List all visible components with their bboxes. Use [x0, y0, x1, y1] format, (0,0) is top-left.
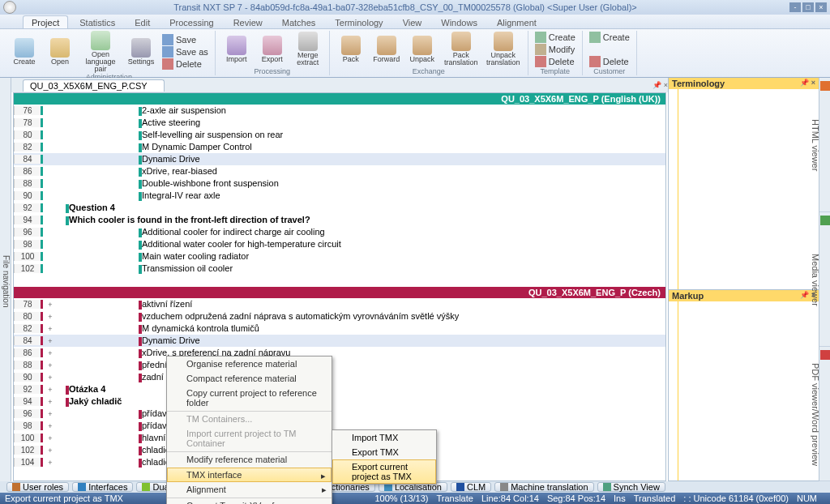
minimize-button[interactable]: - — [789, 2, 801, 12]
pack-button[interactable]: Pack — [335, 31, 367, 67]
segment-row[interactable]: 102Transmission oil cooler — [14, 263, 665, 275]
segment-row[interactable]: 86xDrive, rear-biased — [14, 165, 665, 177]
tgt-pane-title: QU_03_X5X6M_ENG_P (Czech) — [528, 288, 661, 297]
segment-row[interactable]: 88+přední n — [14, 359, 665, 371]
segment-row[interactable]: 96Additional cooler for indirect charge … — [14, 226, 665, 238]
segment-row[interactable]: 90Integral-IV rear axle — [14, 190, 665, 202]
delete-button[interactable]: Delete — [160, 58, 210, 70]
import-button[interactable]: Import — [220, 31, 253, 67]
menu-tmx[interactable]: TMX interface▸ — [167, 468, 332, 482]
segment-row[interactable]: 80+vzduchem odpružená zadní náprava s au… — [14, 310, 665, 322]
tmpl-modify-button[interactable]: Modify — [533, 44, 577, 55]
tmpl-create-button[interactable]: Create — [533, 32, 577, 43]
submenu-import-tmx[interactable]: Import TMX — [332, 430, 436, 445]
segment-row[interactable]: 96+přídavný — [14, 408, 665, 420]
status-line: Line:84 Col:14 — [481, 493, 539, 503]
tmpl-delete-button[interactable]: Delete — [533, 56, 577, 67]
side-file-navigation[interactable]: File navigation — [0, 78, 11, 481]
file-tab[interactable]: QU_03_X5X6M_ENG_P.CSY — [23, 79, 165, 92]
packtrans-button[interactable]: Pack translation — [442, 31, 481, 67]
status-translated: Translated — [634, 493, 676, 503]
side-media-viewer[interactable]: Media viewer — [819, 212, 830, 347]
tab-edit[interactable]: Edit — [126, 16, 158, 28]
editor-pin-icon[interactable]: 📌 × — [652, 81, 668, 89]
status-encoding: : : Unicode 61184 (0xef00) — [683, 493, 789, 503]
maximize-button[interactable]: □ — [802, 2, 814, 12]
markup-body — [669, 301, 819, 481]
ribbon: Create Open Open language pair Settings … — [0, 29, 830, 78]
export-button[interactable]: Export — [256, 31, 289, 67]
merge-button[interactable]: Merge extract — [292, 31, 324, 67]
segment-row[interactable]: 78Active steering — [14, 117, 665, 129]
segment-row[interactable]: 82M Dynamic Damper Control — [14, 141, 665, 153]
segment-row[interactable]: 98Additional water cooler for high-tempe… — [14, 238, 665, 250]
segment-row[interactable]: 84Dynamic Drive — [14, 153, 665, 165]
tab-terminology[interactable]: Terminology — [327, 16, 391, 28]
btn-machine-translation[interactable]: Machine translation — [494, 482, 593, 492]
tab-alignment[interactable]: Alignment — [489, 16, 545, 28]
terminology-body — [669, 89, 819, 289]
src-pane-title: QU_03_X5X6M_ENG_P (English (UK)) — [501, 94, 661, 104]
group-cust-label: Customer — [588, 67, 631, 75]
saveas-button[interactable]: Save as — [160, 46, 210, 58]
tab-processing[interactable]: Processing — [161, 16, 221, 28]
group-tmpl-label: Template — [533, 67, 577, 75]
btn-interfaces[interactable]: Interfaces — [72, 482, 133, 492]
cust-delete-button[interactable]: Delete — [588, 56, 631, 67]
submenu-export-tmx[interactable]: Export TMX — [332, 445, 436, 459]
markup-title: Markup — [672, 291, 704, 301]
source-grid[interactable]: 762-axle air suspension78Active steering… — [14, 105, 665, 287]
segment-row[interactable]: 762-axle air suspension — [14, 105, 665, 117]
menu-tmcontainers: TM Containers... — [167, 411, 332, 426]
segment-row[interactable]: 92Question 4 — [14, 202, 665, 214]
status-ins: Ins — [614, 493, 626, 503]
segment-row[interactable]: 82+M dynamická kontrola tlumičů — [14, 322, 665, 335]
menu-import-tm: Import current project to TM Container — [167, 426, 332, 451]
cust-create-button[interactable]: Create — [588, 32, 631, 43]
status-hint: Export current project as TMX — [5, 493, 123, 503]
status-mode: Translate — [436, 493, 473, 503]
segment-row[interactable]: 100Main water cooling radiator — [14, 250, 665, 263]
segment-row[interactable]: 94+Jaký chladič — [14, 395, 665, 408]
tab-review[interactable]: Review — [225, 16, 271, 28]
side-html-viewer[interactable]: HTML viewer — [819, 78, 830, 212]
status-bar: Export current project as TMX 100% (13/1… — [0, 493, 830, 504]
create-button[interactable]: Create — [8, 31, 41, 73]
submenu-export-current[interactable]: Export current project as TMX — [332, 459, 436, 484]
segment-row[interactable]: 84+Dynamic Drive — [14, 335, 665, 347]
group-exch-label: Exchange — [335, 67, 523, 75]
forward-button[interactable]: Forward — [370, 31, 403, 67]
segment-row[interactable]: 94Which cooler is found in the front-lef… — [14, 214, 665, 226]
close-button[interactable]: × — [815, 2, 827, 12]
unpack-button[interactable]: Unpack — [406, 31, 439, 67]
menu-compact[interactable]: Compact reference material — [167, 371, 332, 386]
settings-button[interactable]: Settings — [125, 31, 157, 73]
menu-copy[interactable]: Copy current project to reference folder — [167, 386, 332, 410]
tab-project[interactable]: Project — [23, 15, 68, 28]
menu-modify[interactable]: Modify reference material — [167, 451, 332, 467]
btn-clm[interactable]: CLM — [451, 482, 491, 492]
segment-row[interactable]: 78+aktivní řízení — [14, 298, 665, 310]
save-button[interactable]: Save — [160, 34, 210, 45]
menu-convert-xv[interactable]: Convert Transit XV reference material to… — [167, 498, 332, 504]
btn-user-roles[interactable]: User roles — [6, 482, 69, 492]
tab-windows[interactable]: Windows — [433, 16, 486, 28]
tab-statistics[interactable]: Statistics — [71, 16, 123, 28]
menu-alignment[interactable]: Alignment▸ — [167, 482, 332, 497]
open-langpair-button[interactable]: Open language pair — [79, 31, 122, 73]
btn-synch-view[interactable]: Synch View — [597, 482, 665, 492]
tab-view[interactable]: View — [395, 16, 430, 28]
menu-organise[interactable]: Organise reference material — [167, 357, 332, 371]
segment-row[interactable]: 92+Otázka 4 — [14, 383, 665, 395]
segment-row[interactable]: 86+xDrive, s preferencí na zadní nápravu — [14, 347, 665, 359]
context-menu: Organise reference material Compact refe… — [166, 356, 332, 504]
side-pdf-viewer[interactable]: PDF viewer/Word preview — [819, 347, 830, 481]
segment-row[interactable]: 80Self-levelling air suspension on rear — [14, 129, 665, 141]
tab-matches[interactable]: Matches — [274, 16, 324, 28]
unpacktrans-button[interactable]: Unpack translation — [484, 31, 523, 67]
open-button[interactable]: Open — [44, 31, 76, 73]
segment-row[interactable]: 90+zadní víc — [14, 371, 665, 383]
file-tab-row: QU_03_X5X6M_ENG_P.CSY 📌 × — [11, 78, 668, 92]
segment-row[interactable]: 88Double-wishbone front suspension — [14, 177, 665, 190]
group-proc-label: Processing — [220, 67, 324, 75]
